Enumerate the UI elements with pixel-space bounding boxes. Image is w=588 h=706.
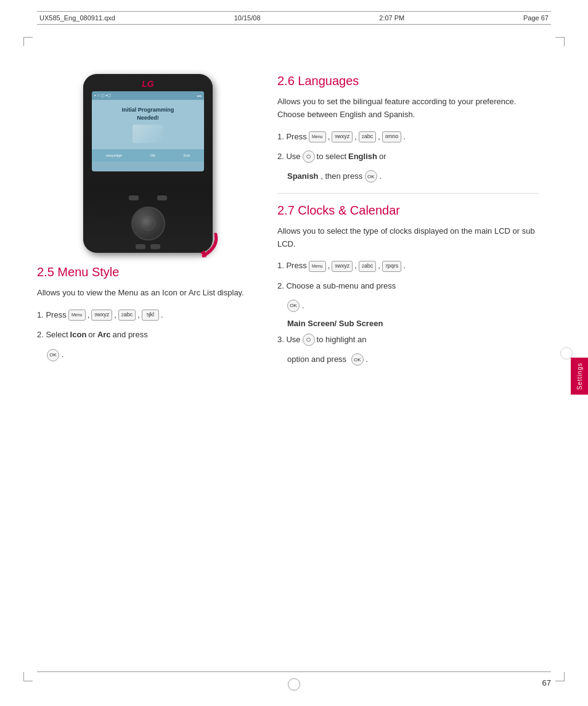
main-screen-label: Main Screen/ Sub Screen — [287, 319, 539, 328]
header-bar: UX585_Eng_080911.qxd 10/15/08 2:07 PM Pa… — [37, 11, 551, 25]
header-date: 10/15/08 — [234, 14, 261, 22]
settings-tab: Settings — [571, 358, 588, 395]
phone-image: LG ▪ ○ ◻ ▪◻ ▪▪▪ Initial ProgrammingNeede… — [83, 74, 213, 253]
corner-mark-tr — [555, 37, 565, 46]
section-26-step1: 1. Press Menu , 9wxyz , 2abc , 6mno . — [277, 130, 539, 144]
ok-key-27b: OK — [351, 353, 364, 366]
right-soft-key — [157, 195, 167, 200]
step2-icon-bold: Icon — [70, 328, 87, 342]
section-25-step2: 2. Select Icon or Arc and press — [37, 328, 259, 342]
header-file-info: UX585_Eng_080911.qxd — [39, 14, 115, 22]
phone-bottom-buttons — [136, 244, 160, 249]
screen-bottom-bar: easyedge OK Exit — [92, 149, 204, 162]
step1-26-prefix: 1. Press — [277, 130, 307, 144]
key-2abc-1: 2abc — [118, 310, 136, 321]
corner-mark-bl — [23, 672, 33, 681]
section-27-step3-cont: option and press OK . — [287, 353, 539, 366]
section-26-heading: 2.6 Languages — [277, 74, 539, 88]
footer-bar — [37, 671, 551, 672]
header-page: Page 67 — [523, 14, 549, 22]
ok-key-27a: OK — [287, 300, 300, 312]
page-number: 67 — [542, 678, 551, 688]
section-26-step2: 2. Use ○ to select English or — [277, 150, 539, 163]
phone-body: LG ▪ ○ ◻ ▪◻ ▪▪▪ Initial ProgrammingNeede… — [83, 74, 213, 253]
key-2abc-26: 2abc — [359, 131, 376, 142]
key-5jkl: 5jkl — [142, 310, 159, 321]
key-9wxyz-27: 9wxyz — [332, 261, 353, 272]
menu-key-1: Menu — [68, 310, 86, 321]
phone-screen: ▪ ○ ◻ ▪◻ ▪▪▪ Initial ProgrammingNeeded! … — [92, 91, 204, 171]
nav-circle — [131, 207, 165, 240]
right-column: 2.6 Languages Allows you to set the bili… — [277, 74, 557, 372]
section-divider — [277, 193, 539, 194]
spanish-bold: Spanish — [287, 171, 319, 181]
section-25-body: Allows you to view the Menu as an Icon o… — [37, 287, 259, 300]
settings-tab-label: Settings — [576, 363, 583, 390]
screen-status-icons: ▪ ○ ◻ ▪◻ — [94, 93, 111, 98]
center-bottom-circle — [288, 678, 300, 691]
step2-26-prefix: 2. Use — [277, 150, 301, 163]
key-9wxyz-26: 9wxyz — [332, 131, 353, 142]
section-27-step2-ok: OK . — [287, 299, 539, 313]
section-27-body: Allows you to select the type of clocks … — [277, 225, 539, 251]
screen-status-bar: ▪ ○ ◻ ▪◻ ▪▪▪ — [92, 91, 204, 100]
screen-text: Initial ProgrammingNeeded! — [122, 106, 174, 121]
section-27-step1: 1. Press Menu , 9wxyz , 2abc , 7pqrs . — [277, 259, 539, 273]
menu-key-27: Menu — [309, 261, 326, 272]
section-27-heading: 2.7 Clocks & Calendar — [277, 203, 539, 218]
section-25-step2-ok: OK . — [47, 348, 259, 361]
step2-prefix-25: 2. Select — [37, 328, 68, 342]
screen-exit-label: Exit — [184, 154, 190, 157]
section-27-step2: 2. Choose a sub-menu and press — [277, 279, 539, 293]
key-7pqrs-27: 7pqrs — [382, 261, 401, 272]
end-key — [150, 244, 160, 249]
corner-mark-br — [555, 672, 565, 681]
step3-27-prefix: 3. Use — [277, 333, 301, 347]
step2-27-prefix: 2. Choose a sub-menu and press — [277, 279, 396, 293]
corner-mark-tl — [23, 37, 33, 46]
screen-ok-label: OK — [150, 154, 156, 157]
section-27-step3: 3. Use ○ to highlight an — [277, 333, 539, 347]
step1-prefix: 1. Press — [37, 308, 67, 322]
left-soft-key — [129, 195, 139, 200]
ok-key-26: OK — [365, 170, 377, 183]
section-26-step2-cont: Spanish , then press OK . — [287, 170, 539, 183]
menu-key-26: Menu — [309, 131, 326, 142]
key-2abc-27: 2abc — [359, 261, 376, 272]
screen-nav-label: easyedge — [106, 154, 122, 157]
section-26-body: Allows you to set the bilingual feature … — [277, 96, 539, 121]
send-key — [136, 244, 145, 249]
nav-key-27: ○ — [303, 334, 315, 346]
key-6mno-26: 6mno — [382, 131, 401, 142]
english-bold: English — [348, 150, 377, 163]
left-column: LG ▪ ○ ◻ ▪◻ ▪▪▪ Initial ProgrammingNeede… — [37, 74, 259, 367]
screen-graphic — [133, 125, 163, 143]
lg-logo-icon: LG — [142, 79, 153, 89]
nav-key-26: ○ — [303, 150, 315, 163]
section-25-step1: 1. Press Menu , 9wxyz , 2abc , 5jkl . — [37, 308, 259, 322]
step2-arc-bold: Arc — [97, 328, 111, 342]
section-25-heading: 2.5 Menu Style — [37, 265, 259, 279]
key-9wxyz-1: 9wxyz — [91, 310, 112, 321]
phone-top-section: LG ▪ ○ ◻ ▪◻ ▪▪▪ Initial ProgrammingNeede… — [83, 74, 213, 191]
screen-signal: ▪▪▪ — [197, 94, 202, 98]
ok-key-25: OK — [47, 349, 59, 361]
step1-27-prefix: 1. Press — [277, 259, 307, 273]
section-25: 2.5 Menu Style Allows you to view the Me… — [37, 265, 259, 361]
screen-content: Initial ProgrammingNeeded! — [92, 100, 204, 149]
phone-arrow-decoration — [179, 228, 222, 259]
header-time: 2:07 PM — [379, 14, 404, 22]
